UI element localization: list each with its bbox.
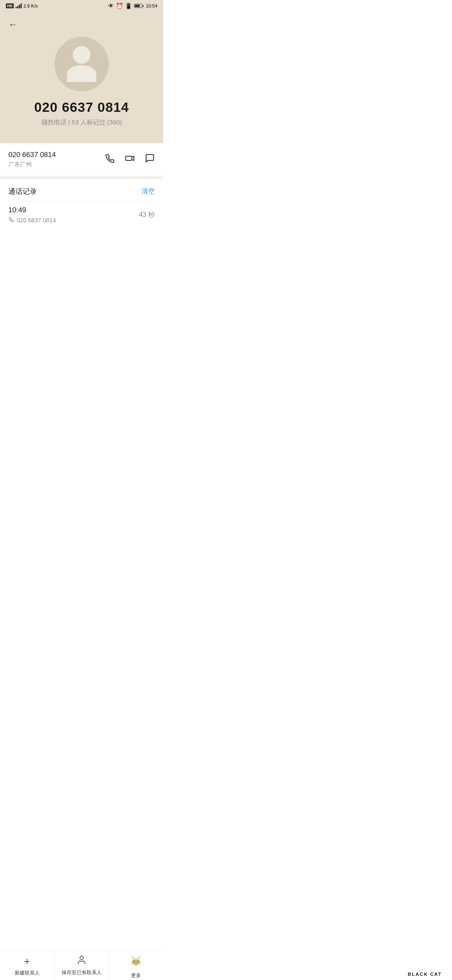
- history-item-left: 10:49 020 6637 0814: [8, 206, 56, 224]
- avatar: [54, 37, 109, 91]
- contact-row: 020 6637 0814 广东广州: [8, 143, 155, 176]
- back-button[interactable]: ←: [8, 19, 18, 30]
- status-left: HD 2.6 K/s: [6, 3, 38, 8]
- incoming-call-icon: [8, 217, 14, 224]
- contact-info: 020 6637 0814 广东广州: [8, 151, 56, 168]
- hero-section: ← 020 6637 0814 骚扰电话 | 53 人标记过 (360): [0, 11, 163, 143]
- spam-label: 骚扰电话 | 53 人标记过 (360): [41, 119, 122, 126]
- clear-button[interactable]: 清空: [141, 187, 155, 196]
- clock-time: 10:54: [146, 3, 157, 8]
- call-number: 020 6637 0814: [17, 217, 56, 224]
- avatar-person: [67, 46, 96, 82]
- call-history-section: 通话记录 清空 10:49 020 6637 0814 43 秒: [0, 179, 163, 230]
- eye-icon: 👁: [108, 3, 114, 9]
- message-button[interactable]: [145, 153, 155, 166]
- history-item[interactable]: 10:49 020 6637 0814 43 秒: [8, 202, 155, 230]
- contact-number: 020 6637 0814: [8, 151, 56, 159]
- hd-badge: HD: [6, 3, 14, 8]
- history-header: 通话记录 清空: [8, 179, 155, 201]
- alarm-icon: ⏰: [116, 3, 123, 9]
- avatar-head: [73, 46, 90, 64]
- vibrate-icon: 📳: [125, 3, 132, 9]
- signal-bars: [15, 3, 22, 8]
- video-call-button[interactable]: [125, 153, 135, 166]
- contact-location: 广东广州: [8, 161, 56, 168]
- call-time: 10:49: [8, 206, 56, 214]
- history-title: 通话记录: [8, 187, 37, 196]
- hero-phone-number: 020 6637 0814: [34, 100, 129, 115]
- status-bar: HD 2.6 K/s 👁 ⏰ 📳 10:54: [0, 0, 163, 11]
- call-duration: 43 秒: [139, 211, 155, 219]
- battery-icon: [134, 4, 144, 8]
- avatar-body: [67, 65, 96, 82]
- speed-indicator: 2.6 K/s: [23, 3, 38, 8]
- svg-rect-0: [126, 156, 132, 160]
- section-divider: [0, 176, 163, 179]
- action-icons: [105, 153, 155, 166]
- call-number-row: 020 6637 0814: [8, 217, 56, 224]
- call-button[interactable]: [105, 153, 115, 166]
- contact-section: 020 6637 0814 广东广州: [0, 143, 163, 176]
- status-right: 👁 ⏰ 📳 10:54: [108, 3, 157, 9]
